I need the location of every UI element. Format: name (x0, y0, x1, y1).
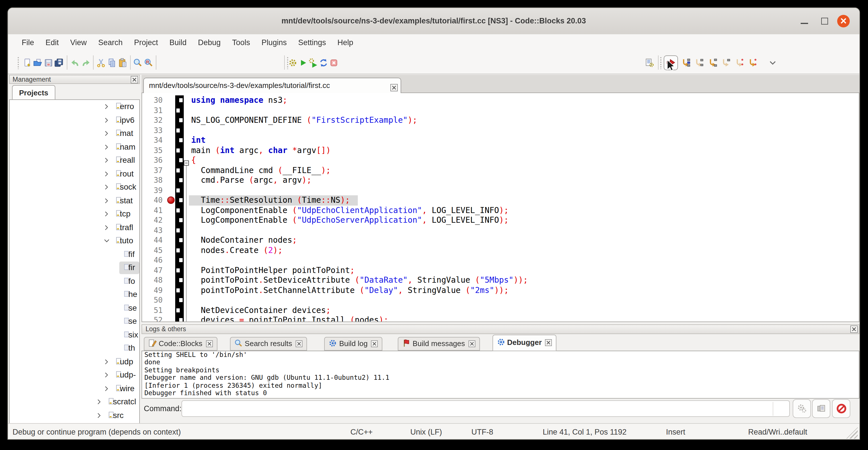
fold-margin[interactable] (184, 275, 189, 285)
menu-plugins[interactable]: Plugins (256, 34, 292, 51)
breakpoint-margin[interactable] (167, 265, 175, 275)
chevron-right-icon[interactable] (103, 358, 111, 367)
debug-continue-button[interactable] (664, 55, 678, 70)
new-file-button[interactable] (22, 56, 33, 70)
tree-item-mat[interactable]: mat (10, 127, 139, 141)
tree-item-th[interactable]: th (10, 342, 139, 356)
toolbar-grip[interactable] (17, 57, 20, 69)
build-button[interactable] (287, 56, 298, 70)
breakpoint-margin[interactable] (167, 185, 175, 195)
breakpoint-margin[interactable] (167, 175, 175, 185)
tab-projects[interactable]: Projects (12, 85, 55, 100)
code-line-30[interactable]: 30using namespace ns3; (142, 95, 859, 106)
breakpoint-margin[interactable] (167, 315, 175, 322)
fold-margin[interactable] (184, 305, 189, 315)
code-line-38[interactable]: 38 cmd.Parse (argc, argv); (142, 175, 859, 185)
step-into-instruction-button[interactable] (747, 56, 758, 70)
breakpoint-margin[interactable] (167, 295, 175, 305)
breakpoint-margin[interactable] (167, 165, 175, 175)
code-line-31[interactable]: 31 (142, 106, 859, 115)
breakpoint-margin[interactable] (167, 235, 175, 245)
log-tab-build-log[interactable]: Build log (324, 337, 383, 351)
step-out-button[interactable] (720, 56, 731, 70)
fold-margin[interactable] (184, 205, 189, 215)
log-tab-search-results[interactable]: Search results (230, 337, 307, 351)
breakpoint-margin[interactable] (167, 215, 175, 225)
tree-item-src[interactable]: src (10, 409, 139, 423)
breakpoint-margin[interactable] (167, 155, 175, 165)
tree-item-udp-[interactable]: udp- (10, 369, 139, 382)
maximize-button[interactable] (817, 8, 832, 34)
tree-item-sock[interactable]: sock (10, 181, 139, 194)
toolbar-grip[interactable] (660, 57, 662, 69)
log-tab-build-messages[interactable]: Build messages (398, 337, 480, 351)
chevron-right-icon[interactable] (103, 156, 111, 166)
fold-margin[interactable] (184, 235, 189, 245)
fold-margin[interactable] (184, 195, 189, 205)
fold-margin[interactable] (184, 265, 189, 275)
editor-tab-first-cc[interactable]: mnt/dev/tools/source/ns-3-dev/examples/t… (143, 78, 401, 93)
breakpoint-margin[interactable] (167, 305, 175, 315)
code-line-37[interactable]: 37 CommandLine cmd (__FILE__); (142, 165, 859, 175)
breakpoint-margin[interactable] (167, 125, 175, 136)
abort-button[interactable] (328, 56, 339, 70)
code-line-34[interactable]: 34int (142, 136, 859, 145)
fold-margin[interactable] (184, 115, 189, 125)
chevron-right-icon[interactable] (103, 210, 111, 220)
paste-button[interactable] (117, 56, 128, 70)
fold-margin[interactable] (184, 245, 189, 255)
tree-item-he[interactable]: he (10, 289, 139, 302)
tree-item-tcp[interactable]: tcp (10, 208, 139, 221)
save-file-button[interactable] (43, 56, 54, 70)
management-close-icon[interactable] (131, 76, 138, 83)
command-input[interactable] (182, 400, 790, 417)
tree-item-se[interactable]: se (10, 315, 139, 329)
breakpoint-margin[interactable] (167, 275, 175, 285)
breakpoint-margin[interactable] (167, 245, 175, 255)
breakpoint-margin[interactable] (167, 255, 175, 265)
resize-grip[interactable] (846, 427, 858, 439)
tree-item-ipv6[interactable]: ipv6 (10, 114, 139, 127)
menu-debug[interactable]: Debug (192, 34, 226, 51)
code-line-52[interactable]: 52 devices = pointToPoint.Install (nodes… (142, 315, 859, 322)
menu-build[interactable]: Build (164, 34, 192, 51)
tab-close-icon[interactable] (468, 339, 476, 346)
close-button[interactable]: ✕ (835, 8, 852, 34)
chevron-right-icon[interactable] (103, 103, 111, 113)
code-line-43[interactable]: 43 (142, 225, 859, 235)
tree-item-nam[interactable]: nam (10, 141, 139, 154)
fold-margin[interactable] (184, 255, 189, 265)
tree-item-trafl[interactable]: trafl (10, 221, 139, 235)
run-button[interactable] (297, 56, 308, 70)
code-line-49[interactable]: 49 pointToPoint.SetChannelAttribute ("De… (142, 285, 859, 295)
tree-item-rout[interactable]: rout (10, 168, 139, 181)
tab-close-icon[interactable] (545, 336, 553, 344)
chevron-right-icon[interactable] (103, 116, 111, 126)
tree-item-scratcl[interactable]: scratcl (10, 396, 139, 409)
tree-item-fir[interactable]: fir (10, 262, 139, 275)
tree-item-six[interactable]: six (10, 329, 139, 342)
fold-margin[interactable] (184, 225, 189, 235)
code-line-50[interactable]: 50 (142, 295, 859, 305)
chevron-right-icon[interactable] (103, 197, 111, 206)
open-file-button[interactable] (32, 56, 43, 70)
tree-item-fif[interactable]: fif (10, 248, 139, 262)
tree-item-wire[interactable]: wire (10, 382, 139, 396)
breakpoint-icon[interactable] (167, 197, 175, 204)
breakpoint-margin[interactable] (167, 195, 175, 205)
code-line-41[interactable]: 41 LogComponentEnable ("UdpEchoClientApp… (142, 205, 859, 215)
chevron-right-icon[interactable] (103, 371, 111, 381)
fold-margin[interactable] (184, 136, 189, 145)
breakpoint-margin[interactable] (167, 205, 175, 215)
copy-button[interactable] (106, 56, 117, 70)
editor-tab-close-icon[interactable] (390, 82, 398, 89)
breakpoint-margin[interactable] (167, 106, 175, 115)
undo-button[interactable] (69, 56, 80, 70)
rebuild-button[interactable] (318, 56, 329, 70)
code-line-36[interactable]: 36{ (142, 155, 859, 165)
tree-item-fo[interactable]: fo (10, 275, 139, 289)
chevron-right-icon[interactable] (103, 170, 111, 180)
step-into-button[interactable] (707, 56, 718, 70)
next-line-button[interactable] (694, 56, 705, 70)
code-line-40[interactable]: 40 Time::SetResolution (Time::NS); (142, 195, 859, 205)
